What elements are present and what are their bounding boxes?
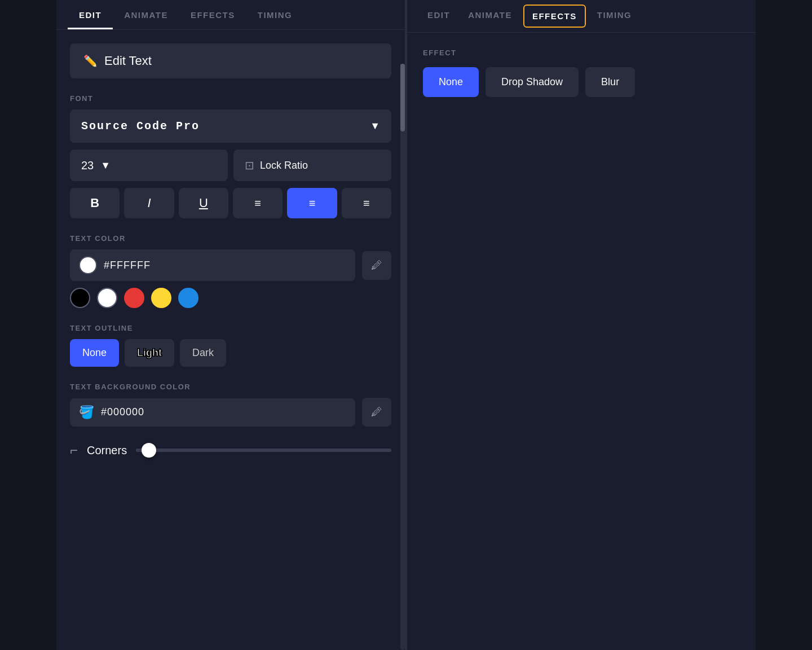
text-color-hex: #FFFFFF [104, 260, 151, 271]
text-bg-color-label: TEXT BACKGROUND COLOR [70, 383, 391, 391]
eyedropper-icon: 🖉 [371, 259, 382, 272]
text-color-picker[interactable]: #FFFFFF [70, 249, 355, 281]
outline-row: None Light Dark [70, 339, 391, 367]
align-left-icon: ≡ [254, 197, 261, 210]
font-name-label: Source Code Pro [81, 120, 200, 133]
swatch-blue[interactable] [178, 288, 198, 308]
right-tabs: EDIT ANIMATE EFFECTS TIMING [407, 0, 756, 33]
corners-label: Corners [87, 444, 127, 457]
tab-timing-left[interactable]: TIMING [246, 0, 304, 29]
font-size-select[interactable]: 23 ▼ [70, 150, 228, 181]
text-color-label: TEXT COLOR [70, 234, 391, 243]
effect-buttons: None Drop Shadow Blur [423, 67, 740, 97]
align-center-icon: ≡ [309, 197, 316, 210]
align-right-icon: ≡ [363, 197, 370, 210]
swatch-white[interactable] [97, 288, 117, 308]
left-tabs: EDIT ANIMATE EFFECTS TIMING [56, 0, 405, 30]
effects-content: EFFECT None Drop Shadow Blur [407, 33, 756, 113]
align-left-button[interactable]: ≡ [233, 188, 283, 218]
tab-effects-left[interactable]: EFFECTS [179, 0, 246, 29]
outline-none-button[interactable]: None [70, 339, 119, 367]
tab-timing-right[interactable]: TIMING [588, 0, 641, 32]
text-bg-color-row: 🪣 #000000 🖉 [70, 398, 391, 427]
format-row: B I U ≡ ≡ ≡ [70, 188, 391, 218]
text-bg-hex: #000000 [101, 406, 144, 418]
text-color-eyedropper[interactable]: 🖉 [362, 251, 391, 280]
text-color-row: #FFFFFF 🖉 [70, 249, 391, 281]
text-bg-eyedropper[interactable]: 🖉 [362, 398, 391, 427]
effect-drop-shadow-button[interactable]: Drop Shadow [486, 67, 579, 97]
corners-slider-container [136, 449, 391, 452]
text-bg-color-picker[interactable]: 🪣 #000000 [70, 398, 355, 427]
tab-edit-left[interactable]: EDIT [68, 0, 113, 29]
font-dropdown[interactable]: Source Code Pro ▼ [70, 109, 391, 143]
bold-button[interactable]: B [70, 188, 120, 218]
outline-dark-button[interactable]: Dark [180, 339, 226, 367]
outline-light-button[interactable]: Light [125, 339, 174, 367]
lock-icon: ⊡ [245, 159, 254, 172]
effect-none-button[interactable]: None [423, 67, 479, 97]
align-right-button[interactable]: ≡ [342, 188, 391, 218]
color-swatches [70, 288, 391, 308]
corners-slider[interactable] [136, 449, 391, 452]
tab-animate-right[interactable]: ANIMATE [459, 0, 521, 32]
scrollbar-track [400, 64, 405, 650]
edit-text-button[interactable]: ✏️ Edit Text [70, 43, 391, 78]
swatch-black[interactable] [70, 288, 90, 308]
font-size-chevron-icon: ▼ [100, 160, 111, 172]
swatch-red[interactable] [124, 288, 144, 308]
font-section-label: FONT [70, 94, 391, 103]
align-center-button[interactable]: ≡ [287, 188, 337, 218]
italic-button[interactable]: I [124, 188, 174, 218]
chevron-down-icon: ▼ [370, 120, 380, 132]
effect-blur-button[interactable]: Blur [585, 67, 635, 97]
eyedropper-bg-icon: 🖉 [371, 406, 382, 419]
scrollbar-thumb[interactable] [400, 64, 405, 131]
corners-slider-thumb[interactable] [142, 443, 156, 458]
effect-label: EFFECT [423, 49, 740, 57]
font-size-row: 23 ▼ ⊡ Lock Ratio [70, 150, 391, 181]
lock-ratio-button[interactable]: ⊡ Lock Ratio [233, 150, 391, 181]
pencil-icon: ✏️ [83, 54, 98, 68]
tab-animate-left[interactable]: ANIMATE [113, 0, 179, 29]
text-outline-label: TEXT OUTLINE [70, 324, 391, 332]
tab-effects-right[interactable]: EFFECTS [523, 5, 586, 28]
tab-edit-right[interactable]: EDIT [418, 0, 459, 32]
underline-button[interactable]: U [179, 188, 228, 218]
text-color-circle [79, 256, 97, 274]
swatch-yellow[interactable] [151, 288, 171, 308]
corners-section: ⌐ Corners [70, 442, 391, 458]
corner-radius-icon: ⌐ [70, 442, 78, 458]
paint-bucket-icon: 🪣 [79, 405, 94, 420]
